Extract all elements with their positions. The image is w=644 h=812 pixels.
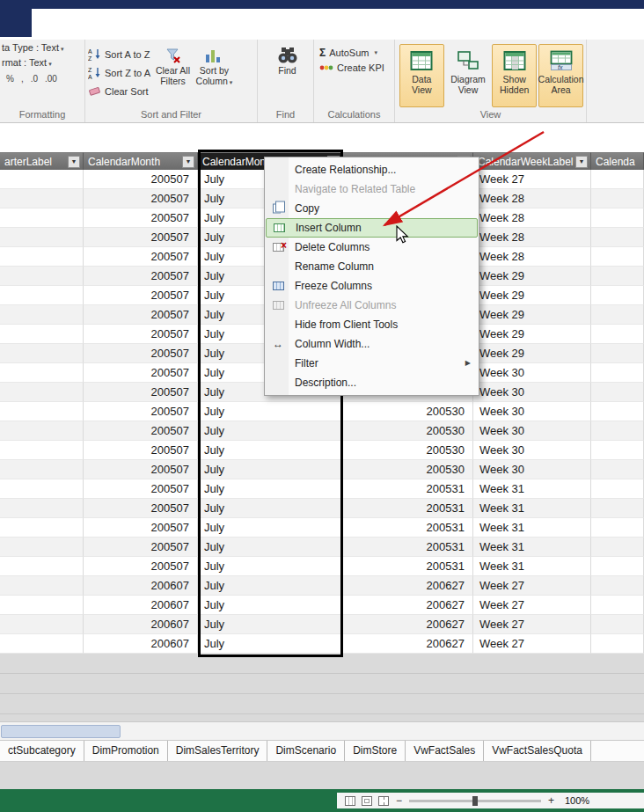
grid-cell[interactable]: 200531 (343, 479, 473, 499)
grid-cell[interactable] (0, 499, 84, 518)
grid-cell[interactable] (591, 344, 644, 363)
grid-cell[interactable]: July (198, 518, 343, 538)
table-tab-vwfactsalesquota[interactable]: VwFactSalesQuota (484, 741, 591, 761)
grid-cell[interactable]: Week 27 (473, 615, 591, 634)
grid-cell[interactable] (0, 596, 84, 615)
grid-cell[interactable]: Week 27 (473, 634, 591, 654)
create-kpi-button[interactable]: Create KPI (314, 59, 394, 73)
grid-cell[interactable]: Week 29 (473, 286, 591, 305)
grid-cell[interactable] (0, 170, 84, 189)
grid-cell[interactable]: Week 29 (473, 267, 591, 286)
zoom-in-button[interactable]: + (547, 794, 555, 807)
format-dropdown[interactable]: rmat : Text▾ (0, 55, 84, 69)
grid-cell[interactable]: Week 30 (473, 441, 591, 460)
grid-cell[interactable]: 200507 (84, 402, 198, 421)
grid-cell[interactable]: July (198, 557, 343, 576)
grid-cell[interactable]: July (198, 596, 343, 615)
grid-cell[interactable]: Week 28 (473, 247, 591, 267)
grid-cell[interactable]: 200507 (84, 421, 198, 441)
grid-cell[interactable]: Week 31 (473, 557, 591, 576)
grid-cell[interactable]: 200627 (343, 576, 473, 596)
grid-cell[interactable]: 200607 (84, 596, 198, 615)
grid-cell[interactable] (591, 267, 644, 286)
grid-cell[interactable]: 200627 (343, 615, 473, 634)
table-tab-dimstore[interactable]: DimStore (345, 741, 406, 761)
diagram-view-button[interactable]: Diagram View (446, 44, 491, 107)
menu-item-filter[interactable]: Filter▶ (266, 354, 478, 373)
filter-dropdown-icon[interactable]: ▼ (182, 156, 194, 168)
grid-cell[interactable]: Week 31 (473, 499, 591, 518)
column-header-calendarweeklabel[interactable]: CalendarWeekLabel▼ (473, 152, 591, 170)
grid-cell[interactable] (0, 634, 84, 654)
increase-decimal-button[interactable]: .0 (31, 74, 38, 84)
zoom-out-button[interactable]: − (395, 794, 403, 807)
table-tab-dimsalesterritory[interactable]: DimSalesTerritory (168, 741, 268, 761)
comma-style-button[interactable]: , (21, 74, 24, 84)
data-view-button[interactable]: Data View (399, 44, 444, 107)
grid-cell[interactable]: July (198, 460, 343, 479)
grid-cell[interactable]: July (198, 499, 343, 518)
grid-cell[interactable]: Week 31 (473, 479, 591, 499)
grid-cell[interactable]: 200507 (84, 208, 198, 228)
grid-cell[interactable] (591, 247, 644, 267)
grid-cell[interactable] (591, 460, 644, 479)
calculation-area-button[interactable]: fx Calculation Area (538, 44, 583, 107)
grid-cell[interactable]: 200507 (84, 557, 198, 576)
grid-cell[interactable] (0, 615, 84, 634)
grid-cell[interactable] (0, 538, 84, 557)
grid-cell[interactable] (0, 479, 84, 499)
grid-cell[interactable]: Week 31 (473, 518, 591, 538)
table-tab-dimpromotion[interactable]: DimPromotion (84, 741, 168, 761)
menu-item-column-width[interactable]: Column Width...↔ (266, 334, 478, 354)
menu-item-description[interactable]: Description... (266, 373, 478, 392)
grid-cell[interactable]: Week 27 (473, 170, 591, 189)
clear-all-filters-button[interactable]: Clear All Filters (152, 44, 194, 99)
grid-cell[interactable] (0, 247, 84, 267)
grid-cell[interactable]: 200607 (84, 634, 198, 654)
menu-item-rename-column[interactable]: Rename Column (266, 257, 478, 276)
grid-cell[interactable] (591, 325, 644, 344)
zoom-percentage[interactable]: 100% (565, 795, 589, 806)
page-layout-view-icon[interactable] (362, 796, 372, 806)
column-header-calenda[interactable]: Calenda (591, 152, 644, 170)
decrease-decimal-button[interactable]: .00 (45, 74, 57, 84)
grid-cell[interactable] (0, 344, 84, 363)
grid-cell[interactable]: 200607 (84, 576, 198, 596)
grid-cell[interactable] (591, 170, 644, 189)
normal-view-icon[interactable] (345, 796, 355, 806)
sort-za-button[interactable]: ZA Sort Z to A (88, 64, 150, 81)
grid-cell[interactable]: 200507 (84, 170, 198, 189)
grid-cell[interactable] (591, 557, 644, 576)
menu-item-create-relationship[interactable]: Create Relationship... (266, 160, 478, 179)
grid-cell[interactable]: July (198, 421, 343, 441)
column-header-calendarmonth[interactable]: CalendarMonth▼ (84, 152, 198, 170)
scrollbar-thumb[interactable] (1, 725, 121, 738)
menu-item-insert-column[interactable]: Insert Column (266, 218, 478, 238)
grid-cell[interactable]: Week 30 (473, 402, 591, 421)
find-button[interactable]: Find (267, 44, 308, 76)
grid-cell[interactable]: 200507 (84, 479, 198, 499)
grid-cell[interactable] (0, 402, 84, 421)
grid-cell[interactable]: 200507 (84, 383, 198, 402)
grid-cell[interactable]: 200530 (343, 421, 473, 441)
grid-cell[interactable] (0, 286, 84, 305)
grid-cell[interactable] (0, 557, 84, 576)
grid-cell[interactable] (0, 460, 84, 479)
grid-cell[interactable]: 200530 (343, 441, 473, 460)
grid-cell[interactable] (591, 479, 644, 499)
grid-cell[interactable]: 200530 (343, 460, 473, 479)
grid-cell[interactable]: July (198, 634, 343, 654)
filter-dropdown-icon[interactable]: ▼ (68, 156, 80, 168)
column-header-arterlabel[interactable]: arterLabel▼ (0, 152, 84, 170)
grid-cell[interactable] (591, 634, 644, 654)
grid-cell[interactable] (0, 208, 84, 228)
grid-cell[interactable]: 200531 (343, 518, 473, 538)
clear-sort-button[interactable]: Clear Sort (88, 83, 150, 99)
grid-cell[interactable]: Week 28 (473, 189, 591, 208)
grid-cell[interactable]: Week 29 (473, 305, 591, 325)
grid-cell[interactable]: 200507 (84, 247, 198, 267)
grid-cell[interactable]: 200531 (343, 538, 473, 557)
zoom-slider[interactable] (409, 800, 541, 802)
grid-cell[interactable] (591, 596, 644, 615)
grid-cell[interactable] (591, 383, 644, 402)
